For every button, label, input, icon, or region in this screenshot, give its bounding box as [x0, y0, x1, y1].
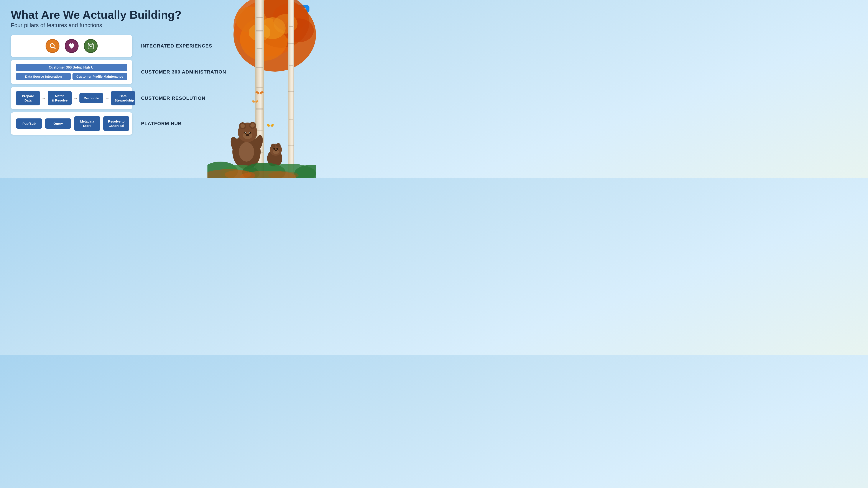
- pubsub-box: Pub/Sub: [16, 119, 42, 129]
- admin-top-bar: Customer 360 Setup Hub UI: [16, 64, 127, 71]
- resolve-canonical-box: Resolve toCanonical: [103, 116, 129, 131]
- customer-360-admin-row: Customer 360 Setup Hub UI Data Source In…: [11, 60, 305, 84]
- metadata-store-box: MetadataStore: [74, 116, 100, 131]
- query-box: Query: [45, 119, 71, 129]
- customer-resolution-label: CUSTOMER RESOLUTION: [141, 95, 206, 101]
- customer-resolution-row: Prepare Data → Match& Resolve → Reconcil…: [11, 87, 305, 109]
- svg-line-60: [54, 47, 55, 49]
- reconcile-box: Reconcile: [80, 93, 103, 103]
- customer-360-admin-card: Customer 360 Setup Hub UI Data Source In…: [11, 60, 132, 84]
- platform-hub-label: PLATFORM HUB: [141, 121, 182, 126]
- pillars-container: INTEGRATED EXPERIENCES Customer 360 Setu…: [11, 35, 305, 135]
- admin-customer-profile: Customer Profile Maintenance: [72, 73, 127, 80]
- admin-bottom-row: Data Source Integration Customer Profile…: [16, 73, 127, 80]
- prepare-data-box: Prepare Data: [16, 91, 40, 105]
- data-stewardship-box: DataStewardship: [111, 91, 135, 105]
- platform-hub-card: Pub/Sub Query MetadataStore Resolve toCa…: [11, 112, 132, 135]
- cart-icon-circle: [84, 39, 98, 53]
- main-content: What Are We Actually Building? Four pill…: [0, 0, 316, 177]
- pipeline-row: Prepare Data → Match& Resolve → Reconcil…: [16, 91, 127, 105]
- platform-hub-row: Pub/Sub Query MetadataStore Resolve toCa…: [11, 112, 305, 135]
- integrated-experiences-card: [11, 35, 132, 57]
- sub-title: Four pillars of features and functions: [11, 22, 305, 29]
- arrow-1: →: [42, 96, 46, 101]
- integrated-experiences-label: INTEGRATED EXPERIENCES: [141, 43, 212, 49]
- search-icon-circle: [45, 39, 59, 53]
- customer-resolution-card: Prepare Data → Match& Resolve → Reconcil…: [11, 87, 132, 109]
- integrated-experiences-row: INTEGRATED EXPERIENCES: [11, 35, 305, 57]
- admin-data-source: Data Source Integration: [16, 73, 71, 80]
- match-resolve-box: Match& Resolve: [48, 91, 72, 105]
- arrow-2: →: [73, 96, 78, 101]
- customer-360-admin-label: CUSTOMER 360 ADMINISTRATION: [141, 69, 226, 75]
- platform-row: Pub/Sub Query MetadataStore Resolve toCa…: [16, 116, 127, 131]
- title-section: What Are We Actually Building? Four pill…: [11, 9, 305, 29]
- admin-inner: Customer 360 Setup Hub UI Data Source In…: [16, 64, 127, 80]
- heart-icon-circle: [65, 39, 79, 53]
- icons-row: [45, 39, 98, 53]
- arrow-3: →: [105, 96, 110, 101]
- main-title: What Are We Actually Building?: [11, 9, 305, 21]
